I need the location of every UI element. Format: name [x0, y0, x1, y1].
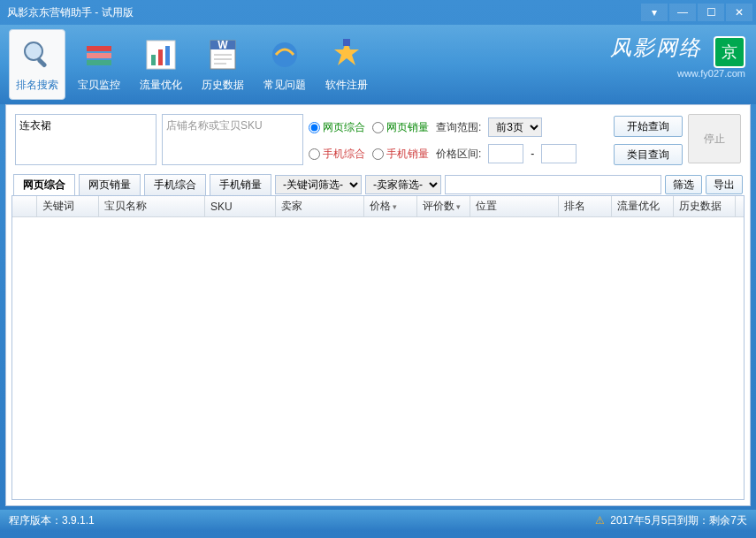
books-icon — [81, 37, 117, 72]
expiry-label: 2017年5月5日到期：剩余7天 — [610, 513, 747, 528]
table-header-row: 关键词宝贝名称SKU卖家价格▾评价数▾位置排名流量优化历史数据 — [12, 196, 744, 217]
workspace: 连衣裙 网页综合 网页销量 查询范围: 前3页 手机综合 手机销量 价格区间: … — [5, 104, 751, 506]
svg-rect-1 — [36, 57, 47, 68]
column-header[interactable]: 评价数▾ — [417, 196, 470, 216]
column-header[interactable]: 关键词 — [37, 196, 99, 216]
maximize-button[interactable]: ☐ — [698, 4, 724, 21]
start-query-button[interactable]: 开始查询 — [614, 116, 683, 137]
toolbar-baby-monitor[interactable]: 宝贝监控 — [71, 29, 127, 100]
shop-sku-input[interactable] — [162, 114, 303, 165]
svg-rect-17 — [343, 39, 350, 46]
brand-name: 风影网络 — [610, 35, 702, 59]
ie-icon — [267, 37, 302, 72]
radio-web-sales[interactable]: 网页销量 — [372, 120, 429, 135]
search-options: 网页综合 网页销量 查询范围: 前3页 手机综合 手机销量 价格区间: - — [309, 114, 608, 163]
window-title: 风影京东营销助手 - 试用版 — [7, 5, 134, 20]
toolbar-register[interactable]: 软件注册 — [318, 29, 375, 100]
column-header[interactable]: 历史数据 — [674, 196, 736, 216]
toolbar-rank-search[interactable]: 排名搜索 — [9, 29, 65, 100]
version-label: 程序版本：3.9.1.1 — [9, 513, 95, 528]
table-body — [12, 217, 744, 499]
toolbar-label: 历史数据 — [202, 78, 244, 93]
price-min-input[interactable] — [488, 144, 523, 163]
toolbar-history-data[interactable]: W 历史数据 — [195, 29, 251, 100]
price-separator: - — [531, 148, 534, 160]
export-button[interactable]: 导出 — [706, 175, 743, 194]
column-header[interactable] — [12, 196, 37, 216]
price-max-input[interactable] — [541, 144, 577, 163]
column-header[interactable]: 排名 — [559, 196, 612, 216]
results-table: 关键词宝贝名称SKU卖家价格▾评价数▾位置排名流量优化历史数据 — [11, 195, 745, 500]
magnifier-icon — [19, 37, 55, 72]
keyword-filter-select[interactable]: -关键词筛选- — [275, 175, 362, 194]
warning-icon: ⚠ — [595, 514, 605, 527]
column-header[interactable]: 宝贝名称 — [99, 196, 205, 216]
tab-mobile-sales[interactable]: 手机销量 — [210, 174, 271, 195]
range-select[interactable]: 前3页 — [488, 117, 542, 137]
filter-text-input[interactable] — [445, 175, 661, 194]
column-header[interactable]: 卖家 — [276, 196, 364, 216]
result-tabs-row: 网页综合 网页销量 手机综合 手机销量 -关键词筛选- -卖家筛选- 筛选 导出 — [11, 174, 745, 195]
main-toolbar: 排名搜索 宝贝监控 流量优化 W 历史数据 常见问题 软件注册 风影网络 京 w… — [0, 25, 756, 104]
toolbar-label: 宝贝监控 — [78, 78, 120, 93]
toolbar-label: 软件注册 — [325, 78, 368, 93]
column-header[interactable]: 流量优化 — [612, 196, 674, 216]
column-header[interactable]: SKU — [205, 196, 276, 216]
price-label: 价格区间: — [436, 147, 481, 162]
column-header[interactable]: 价格▾ — [364, 196, 417, 216]
window-controls: ▾ — ☐ ✕ — [641, 4, 752, 21]
minimize-button[interactable]: — — [669, 4, 696, 21]
svg-rect-2 — [87, 46, 111, 51]
toolbar-faq[interactable]: 常见问题 — [256, 29, 313, 100]
toolbar-label: 排名搜索 — [16, 78, 58, 93]
tab-web-comprehensive[interactable]: 网页综合 — [13, 174, 75, 195]
stop-button[interactable]: 停止 — [688, 114, 741, 163]
radio-mobile-comprehensive[interactable]: 手机综合 — [309, 147, 365, 162]
titlebar: 风影京东营销助手 - 试用版 ▾ — ☐ ✕ — [0, 0, 756, 25]
category-query-button[interactable]: 类目查询 — [614, 144, 683, 165]
toolbar-label: 常见问题 — [263, 78, 306, 93]
action-buttons: 开始查询 类目查询 — [614, 114, 683, 165]
range-label: 查询范围: — [436, 120, 481, 135]
close-button[interactable]: ✕ — [726, 4, 752, 21]
tab-web-sales[interactable]: 网页销量 — [79, 174, 141, 195]
radio-web-comprehensive[interactable]: 网页综合 — [309, 120, 365, 135]
word-doc-icon: W — [205, 37, 241, 72]
svg-rect-6 — [151, 55, 156, 65]
svg-rect-7 — [158, 49, 163, 65]
brand-badge: 京 — [714, 36, 745, 68]
search-panel: 连衣裙 网页综合 网页销量 查询范围: 前3页 手机综合 手机销量 价格区间: … — [11, 110, 745, 169]
toolbar-label: 流量优化 — [140, 78, 182, 93]
bar-chart-icon — [143, 37, 179, 72]
statusbar: 程序版本：3.9.1.1 ⚠ 2017年5月5日到期：剩余7天 — [0, 510, 756, 531]
medal-icon — [329, 37, 364, 72]
toolbar-traffic-opt[interactable]: 流量优化 — [133, 29, 189, 100]
radio-mobile-sales[interactable]: 手机销量 — [372, 147, 429, 162]
keyword-input[interactable]: 连衣裙 — [15, 114, 157, 165]
brand-block: 风影网络 京 www.fy027.com — [610, 34, 745, 79]
column-header[interactable]: 位置 — [470, 196, 559, 216]
svg-text:W: W — [218, 39, 228, 51]
svg-rect-8 — [165, 46, 170, 65]
tab-mobile-comprehensive[interactable]: 手机综合 — [144, 174, 206, 195]
seller-filter-select[interactable]: -卖家筛选- — [365, 175, 441, 194]
svg-rect-3 — [87, 53, 111, 58]
svg-point-0 — [25, 42, 42, 60]
brand-url: www.fy027.com — [610, 68, 745, 79]
svg-rect-4 — [87, 60, 111, 65]
filter-button[interactable]: 筛选 — [665, 175, 702, 194]
settings-dropdown-button[interactable]: ▾ — [641, 4, 668, 21]
